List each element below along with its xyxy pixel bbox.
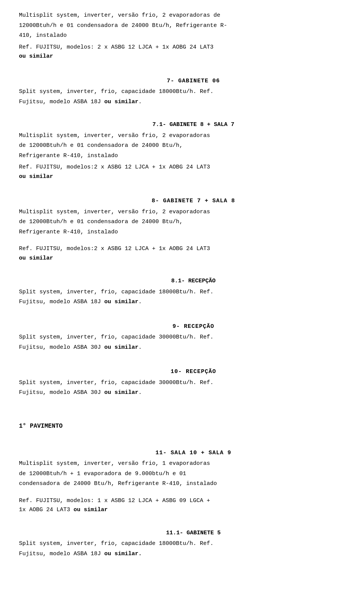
intro-line1: Multisplit system, inverter, versão frio… xyxy=(19,11,345,20)
sec111-text: Split system, inverter, frio, capacidade… xyxy=(19,540,345,548)
sec71-similar: ou similar xyxy=(19,173,345,181)
sec71-line3: Refrigerante R-410, instalado xyxy=(19,152,345,161)
sec7-ref: Fujitsu, modelo ASBA 18J ou similar. xyxy=(19,98,345,107)
sec8-line3: Refrigerante R-410, instalado xyxy=(19,228,345,237)
sec7-text: Split system, inverter, frio, capacidade… xyxy=(19,88,345,96)
sec8-line2: de 12000Btuh/h e 01 condensadora de 2400… xyxy=(19,218,345,227)
sec11-ref2: 1x AOBG 24 LAT3 ou similar xyxy=(19,506,345,515)
sec71-line2: de 12000Btuh/h e 01 condensadora de 2400… xyxy=(19,142,345,150)
sec11-line1: Multisplit system, inverter, versão frio… xyxy=(19,460,345,468)
sec8-line1: Multisplit system, inverter, versão frio… xyxy=(19,208,345,217)
intro-similar: ou similar xyxy=(19,52,345,61)
sec9-ref: Fujitsu, modelo ASBA 30J ou similar. xyxy=(19,343,345,352)
sec10-heading: 10- RECEPÇÃO xyxy=(42,368,345,376)
sec11-heading: 11- SALA 10 + SALA 9 xyxy=(42,449,345,458)
sec111-ref: Fujitsu, modelo ASBA 18J ou similar. xyxy=(19,550,345,559)
sec81-text: Split system, inverter, frio, capacidade… xyxy=(19,288,345,297)
sec11-line2: de 12000Btuh/h + 1 evaporadora de 9.000b… xyxy=(19,470,345,479)
sec11-ref: Ref. FUJITSU, modelos: 1 x ASBG 12 LJCA … xyxy=(19,497,345,505)
sec71-ref: Ref. FUJITSU, modelos:2 x ASBG 12 LJCA +… xyxy=(19,163,345,172)
sec10-ref: Fujitsu, modelo ASBA 30J ou similar. xyxy=(19,389,345,397)
intro-line3: 410, instalado xyxy=(19,31,345,40)
sec8-similar: ou similar xyxy=(19,254,345,263)
sec111-heading: 11.1- GABINETE 5 xyxy=(42,529,345,538)
intro-line2: 12000Btuh/h e 01 condensadora de 24000 B… xyxy=(19,22,345,30)
pavimento-heading: 1° PAVIMENTO xyxy=(19,422,345,431)
sec8-ref: Ref. FUJITSU, modelos:2 x ASBG 12 LJCA +… xyxy=(19,245,345,253)
sec71-heading: 7.1- GABINETE 8 + SALA 7 xyxy=(42,121,345,129)
sec7-heading: 7- GABINETE 06 xyxy=(42,77,345,86)
intro-ref: Ref. FUJITSU, modelos: 2 x ASBG 12 LJCA … xyxy=(19,43,345,52)
sec81-ref: Fujitsu, modelo ASBA 18J ou similar. xyxy=(19,298,345,307)
sec71-line1: Multisplit system, inverter, versão frio… xyxy=(19,132,345,140)
sec81-heading: 8.1- RECEPÇÃO xyxy=(42,277,345,286)
sec8-heading: 8- GABINETE 7 + SALA 8 xyxy=(42,197,345,206)
sec9-text: Split system, inverter, frio, capacidade… xyxy=(19,333,345,342)
sec10-text: Split system, inverter, frio, capacidade… xyxy=(19,379,345,387)
document-content: Multisplit system, inverter, versão frio… xyxy=(19,11,345,558)
sec11-line3: condensadora de 24000 Btu/h, Refrigerant… xyxy=(19,480,345,488)
sec9-heading: 9- RECEPÇÃO xyxy=(42,323,345,331)
